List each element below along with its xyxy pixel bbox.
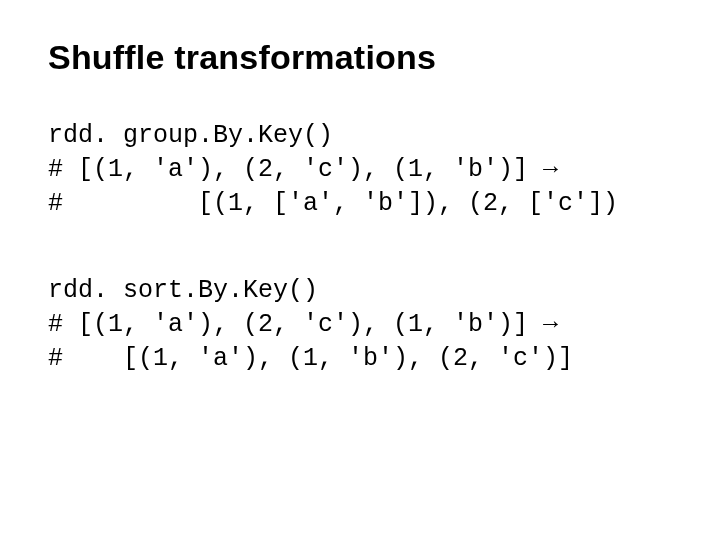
slide: Shuffle transformations rdd. group.By.Ke… (0, 0, 720, 376)
code-block-groupbykey: rdd. group.By.Key() # [(1, 'a'), (2, 'c'… (48, 119, 672, 220)
code-line: # [(1, 'a'), (2, 'c'), (1, 'b')] → (48, 155, 558, 184)
code-line: # [(1, 'a'), (2, 'c'), (1, 'b')] → (48, 310, 558, 339)
code-block-sortbykey: rdd. sort.By.Key() # [(1, 'a'), (2, 'c')… (48, 274, 672, 375)
code-line: # [(1, ['a', 'b']), (2, ['c']) (48, 189, 618, 218)
slide-title: Shuffle transformations (48, 38, 672, 77)
code-line: rdd. sort.By.Key() (48, 276, 318, 305)
code-line: # [(1, 'a'), (1, 'b'), (2, 'c')] (48, 344, 573, 373)
code-line: rdd. group.By.Key() (48, 121, 333, 150)
